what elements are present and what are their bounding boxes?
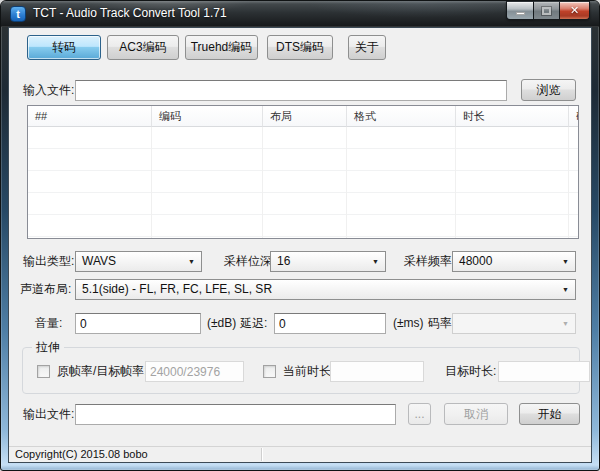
channel-layout-combo[interactable]: 5.1(side) - FL, FR, FC, LFE, SL, SR ▼ (75, 279, 576, 300)
sample-rate-value: 48000 (459, 254, 492, 268)
status-bar: Copyright(C) 2015.08 bobo (9, 446, 591, 462)
volume-label: 音量: (35, 313, 62, 334)
maximize-button (534, 1, 560, 20)
output-type-value: WAVS (82, 254, 116, 268)
delay-unit: (±ms) (393, 313, 424, 334)
tab-truehd-encode[interactable]: Truehd编码 (185, 35, 258, 60)
browse-button[interactable]: 浏览 (521, 79, 576, 101)
table-header-cell[interactable]: 编码 (152, 106, 263, 127)
cancel-button: 取消 (444, 403, 508, 425)
stretch-group-label: 拉伸 (32, 340, 64, 354)
dropdown-arrow-icon: ▼ (562, 258, 569, 265)
bit-depth-combo[interactable]: 16 ▼ (270, 251, 386, 272)
input-file-label: 输入文件: (23, 80, 74, 101)
title-bar[interactable]: t TCT - Audio Track Convert Tool 1.71 ✕ (1, 1, 599, 27)
status-divider (261, 448, 263, 461)
channel-layout-label: 声道布局: (20, 279, 71, 300)
table-header-cell[interactable]: 布局 (263, 106, 347, 127)
framerate-checkbox[interactable] (37, 365, 50, 378)
sample-rate-label: 采样频率: (404, 251, 455, 272)
volume-unit: (±dB) (207, 313, 236, 334)
dropdown-arrow-icon: ▼ (562, 320, 569, 327)
stretch-groupbox: 拉伸 原帧率/目标帧率: 当前时长: 目标时长: (22, 347, 580, 394)
dropdown-arrow-icon: ▼ (562, 286, 569, 293)
input-file-field[interactable] (75, 80, 507, 101)
target-duration-label: 目标时长: (445, 361, 496, 382)
bit-depth-label: 采样位深: (224, 251, 275, 272)
close-icon: ✕ (570, 4, 579, 17)
table-body-column (28, 127, 152, 238)
framerate-label: 原帧率/目标帧率: (57, 361, 148, 382)
minimize-icon (516, 12, 525, 15)
table-column: 编码 (152, 106, 263, 238)
table-body-column (152, 127, 263, 238)
table-column: 码率 (569, 106, 579, 238)
app-logo-letter: t (16, 9, 20, 20)
minimize-button[interactable] (506, 1, 534, 20)
output-file-field[interactable] (75, 404, 396, 425)
client-area: 转码AC3编码Truehd编码DTS编码关于 输入文件: 浏览 ##编码布局格式… (8, 27, 592, 463)
app-icon: t (10, 6, 26, 22)
output-file-label: 输出文件: (23, 404, 74, 425)
table-body-column (456, 127, 569, 238)
maximize-icon (542, 7, 551, 15)
table-header-cell[interactable]: 时长 (456, 106, 569, 127)
table-column: 格式 (347, 106, 456, 238)
start-button[interactable]: 开始 (519, 403, 580, 425)
copyright-text: Copyright(C) 2015.08 bobo (15, 447, 148, 462)
current-duration-field (330, 361, 424, 382)
output-type-combo[interactable]: WAVS ▼ (75, 251, 202, 272)
caption-buttons: ✕ (506, 1, 590, 20)
delay-label: 延迟: (240, 313, 267, 334)
table-column: ## (28, 106, 152, 238)
tab-dts-encode[interactable]: DTS编码 (267, 35, 333, 60)
tab-ac3-encode[interactable]: AC3编码 (107, 35, 179, 60)
tab-transcode[interactable]: 转码 (27, 35, 101, 60)
table-header-cell[interactable]: ## (28, 106, 152, 127)
table-body-column (347, 127, 456, 238)
tab-about[interactable]: 关于 (348, 35, 386, 60)
table-header-cell[interactable]: 码率 (569, 106, 579, 127)
current-duration-checkbox[interactable] (263, 365, 276, 378)
target-duration-field (498, 361, 590, 382)
bit-depth-value: 16 (277, 254, 290, 268)
table-body-column (569, 127, 579, 238)
output-more-button: ... (408, 403, 431, 425)
sample-rate-combo[interactable]: 48000 ▼ (452, 251, 576, 272)
bitrate-combo: ▼ (452, 313, 576, 334)
channel-layout-value: 5.1(side) - FL, FR, FC, LFE, SL, SR (82, 282, 272, 296)
dropdown-arrow-icon: ▼ (188, 258, 195, 265)
delay-field[interactable] (274, 313, 386, 334)
current-duration-label: 当前时长: (283, 361, 334, 382)
table-body-column (263, 127, 347, 238)
dropdown-arrow-icon: ▼ (372, 258, 379, 265)
app-window: t TCT - Audio Track Convert Tool 1.71 ✕ … (0, 0, 600, 471)
output-type-label: 输出类型: (23, 251, 74, 272)
table-column: 时长 (456, 106, 569, 238)
table-header-cell[interactable]: 格式 (347, 106, 456, 127)
framerate-field (145, 361, 244, 382)
volume-field[interactable] (75, 313, 201, 334)
table-column: 布局 (263, 106, 347, 238)
track-table: ##编码布局格式时长码率 (27, 105, 579, 239)
window-title: TCT - Audio Track Convert Tool 1.71 (33, 1, 227, 26)
close-button[interactable]: ✕ (560, 1, 590, 20)
